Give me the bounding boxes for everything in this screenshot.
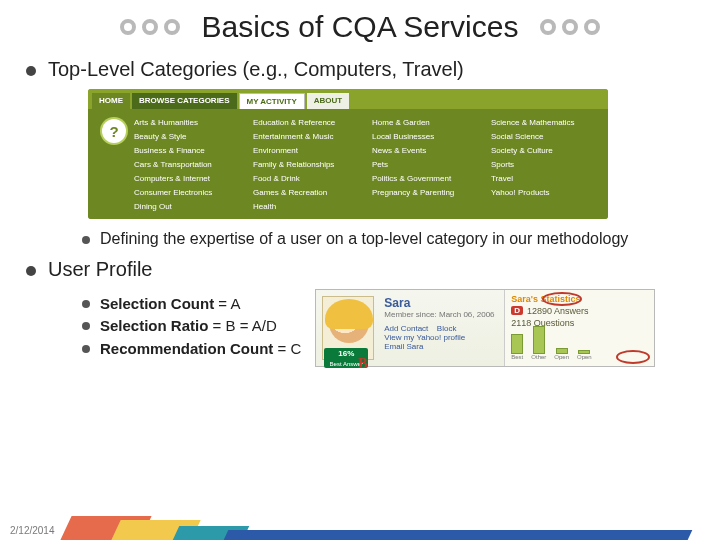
- cat[interactable]: Politics & Government: [372, 174, 481, 183]
- cat[interactable]: Yahoo! Products: [491, 188, 600, 197]
- cat[interactable]: Science & Mathematics: [491, 118, 600, 127]
- decor-circles-left: [120, 19, 180, 35]
- answers-stat: D 12890 Answers: [511, 306, 648, 316]
- footer-date: 2/12/2014: [0, 512, 66, 540]
- tab-my-activity[interactable]: MY ACTIVITY: [239, 93, 305, 109]
- tab-home[interactable]: HOME: [92, 93, 130, 109]
- view-profile-link[interactable]: View my Yahoo! profile: [384, 333, 500, 342]
- cat[interactable]: Entertainment & Music: [253, 132, 362, 141]
- annotation-d-ring: [542, 292, 582, 306]
- cat[interactable]: Home & Garden: [372, 118, 481, 127]
- category-grid: Arts & Humanities Education & Reference …: [134, 115, 600, 213]
- cat[interactable]: Beauty & Style: [134, 132, 243, 141]
- cat[interactable]: Local Businesses: [372, 132, 481, 141]
- cat[interactable]: Computers & Internet: [134, 174, 243, 183]
- rec-count: Recommendation Count = C: [82, 338, 301, 361]
- cat[interactable]: Games & Recreation: [253, 188, 362, 197]
- profile-name: Sara: [384, 296, 500, 310]
- cat[interactable]: Pregnancy & Parenting: [372, 188, 481, 197]
- sel-ratio: Selection Ratio = B = A/D: [82, 315, 301, 338]
- add-contact-link[interactable]: Add Contact: [384, 324, 428, 333]
- cat[interactable]: Food & Drink: [253, 174, 362, 183]
- cat[interactable]: Pets: [372, 160, 481, 169]
- cat[interactable]: Health: [253, 202, 362, 211]
- profile-member-since: Member since: March 06, 2006: [384, 310, 500, 319]
- slide-footer: 2/12/2014 17: [0, 512, 720, 540]
- slide-header: Basics of CQA Services: [0, 0, 720, 58]
- footer-decor: [66, 512, 680, 540]
- cat[interactable]: Society & Culture: [491, 146, 600, 155]
- cat[interactable]: Travel: [491, 174, 600, 183]
- slide-body: Top-Level Categories (e.g., Computers, T…: [0, 58, 720, 367]
- cat[interactable]: Consumer Electronics: [134, 188, 243, 197]
- bullet-defining: Defining the expertise of a user on a to…: [82, 229, 694, 250]
- question-icon: ?: [102, 119, 126, 143]
- cat[interactable]: Dining Out: [134, 202, 243, 211]
- answers-badge: D: [511, 306, 523, 315]
- cat[interactable]: Education & Reference: [253, 118, 362, 127]
- block-link[interactable]: Block: [437, 324, 457, 333]
- tab-about[interactable]: ABOUT: [307, 93, 349, 109]
- email-link[interactable]: Email Sara: [384, 342, 500, 351]
- cat[interactable]: Social Science: [491, 132, 600, 141]
- decor-circles-right: [540, 19, 600, 35]
- cat[interactable]: Business & Finance: [134, 146, 243, 155]
- bullet-top-level: Top-Level Categories (e.g., Computers, T…: [26, 58, 694, 250]
- cat[interactable]: Arts & Humanities: [134, 118, 243, 127]
- footer-page-number: 17: [680, 512, 720, 540]
- slide-title: Basics of CQA Services: [202, 10, 519, 44]
- annotation-b: B: [358, 356, 367, 372]
- top-level-label: Top-Level Categories (e.g., Computers, T…: [48, 58, 694, 81]
- sel-count: Selection Count = A: [82, 293, 301, 316]
- profile-card: 16%Best Answer Sara Member since: March …: [315, 289, 655, 367]
- bullet-user-profile: User Profile Selection Count = A Selecti…: [26, 258, 694, 367]
- tabs-row: HOME BROWSE CATEGORIES MY ACTIVITY ABOUT: [88, 89, 608, 109]
- cat[interactable]: Family & Relationships: [253, 160, 362, 169]
- cat[interactable]: Sports: [491, 160, 600, 169]
- annotation-c-ring: [616, 350, 650, 364]
- cat[interactable]: Environment: [253, 146, 362, 155]
- tab-browse[interactable]: BROWSE CATEGORIES: [132, 93, 237, 109]
- user-profile-label: User Profile: [48, 258, 694, 281]
- cat[interactable]: News & Events: [372, 146, 481, 155]
- categories-screenshot: HOME BROWSE CATEGORIES MY ACTIVITY ABOUT…: [88, 89, 608, 219]
- cat[interactable]: Cars & Transportation: [134, 160, 243, 169]
